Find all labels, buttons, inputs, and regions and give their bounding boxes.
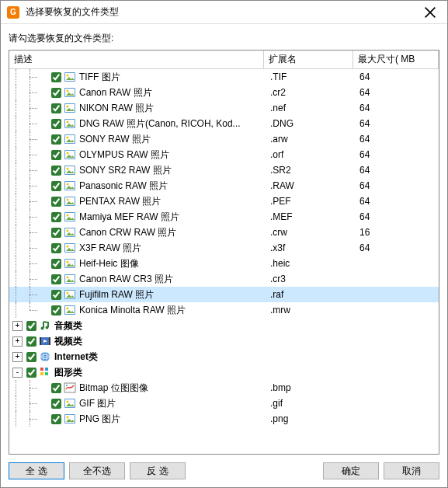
expand-icon[interactable]: + (12, 352, 23, 362)
item-checkbox[interactable] (51, 103, 61, 113)
table-row[interactable]: Mamiya MEF RAW 照片.MEF64 (9, 209, 439, 225)
item-checkbox[interactable] (51, 290, 61, 300)
table-row[interactable]: SONY RAW 照片.arw64 (9, 131, 439, 147)
item-checkbox[interactable] (51, 119, 61, 129)
item-checkbox[interactable] (51, 228, 61, 238)
item-label: 视频类 (54, 335, 82, 348)
item-max-size: 64 (355, 149, 439, 160)
table-row[interactable]: OLYMPUS RAW 照片.orf64 (9, 147, 439, 162)
video-icon (39, 335, 51, 347)
svg-point-11 (67, 121, 69, 124)
item-checkbox[interactable] (26, 336, 36, 347)
item-extension: .RAW (266, 180, 355, 191)
table-row[interactable]: Bitmap 位图图像.bmp (9, 380, 439, 396)
img-icon (64, 71, 76, 83)
expand-icon[interactable]: + (12, 336, 23, 347)
table-row[interactable]: NIKON RAW 照片.nef64 (9, 100, 439, 116)
item-max-size: 64 (355, 134, 439, 145)
table-row[interactable]: Heif-Heic 图像.heic (9, 256, 439, 271)
table-row[interactable]: Konica Minolta RAW 照片.mrw (9, 302, 439, 318)
item-checkbox[interactable] (51, 88, 61, 98)
ok-button[interactable]: 确定 (323, 462, 379, 479)
table-row[interactable]: Fujifilm RAW 照片.raf (9, 287, 439, 302)
collapse-icon[interactable]: - (12, 368, 23, 378)
table-row[interactable]: PNG 图片.png (9, 411, 439, 427)
item-checkbox[interactable] (51, 259, 61, 269)
svg-rect-58 (40, 372, 43, 375)
item-checkbox[interactable] (51, 150, 61, 160)
svg-rect-56 (40, 368, 43, 371)
item-checkbox[interactable] (51, 274, 61, 284)
svg-point-14 (67, 137, 69, 139)
img-icon (64, 86, 76, 99)
tree-branch-icon (37, 305, 47, 315)
table-row[interactable]: PENTAX RAW 照片.PEF64 (9, 193, 439, 209)
item-checkbox[interactable] (51, 197, 61, 207)
table-row[interactable]: Canon RAW 照片.cr264 (9, 85, 439, 100)
svg-point-32 (67, 230, 69, 232)
item-max-size: 64 (355, 242, 439, 253)
item-max-size: 64 (355, 87, 439, 98)
item-checkbox[interactable] (51, 305, 61, 315)
expand-icon[interactable]: + (12, 321, 23, 331)
item-extension: .MEF (266, 211, 355, 222)
item-max-size: 64 (355, 165, 439, 176)
file-type-table[interactable]: 描述 扩展名 最大尺寸( MB TIFF 图片.TIF64Canon RAW 照… (9, 50, 439, 455)
item-max-size: 64 (355, 118, 439, 129)
col-description[interactable]: 描述 (9, 51, 264, 68)
item-extension: .PEF (266, 196, 355, 207)
svg-point-49 (46, 326, 49, 329)
img-icon (64, 133, 76, 145)
table-row[interactable]: SONY SR2 RAW 照片.SR264 (9, 162, 439, 178)
item-checkbox[interactable] (51, 399, 61, 409)
cancel-button[interactable]: 取消 (384, 462, 439, 479)
item-extension: .orf (266, 149, 355, 160)
item-checkbox[interactable] (51, 243, 61, 253)
table-row[interactable]: GIF 图片.gif (9, 396, 439, 411)
tree-branch-icon (37, 383, 47, 393)
item-checkbox[interactable] (26, 352, 36, 362)
tree-branch-icon (37, 197, 47, 207)
item-checkbox[interactable] (26, 321, 36, 331)
item-checkbox[interactable] (51, 72, 61, 82)
item-checkbox[interactable] (51, 166, 61, 176)
item-extension: .DNG (266, 118, 355, 129)
tree-branch-icon (37, 274, 47, 284)
svg-point-64 (67, 401, 69, 403)
col-max-size[interactable]: 最大尺寸( MB (353, 51, 439, 68)
table-row[interactable]: Panasonic RAW 照片.RAW64 (9, 178, 439, 193)
table-row[interactable]: -图形类 (9, 364, 439, 380)
table-row[interactable]: Canon CRW RAW 照片.crw16 (9, 225, 439, 240)
close-button[interactable] (412, 1, 447, 24)
tree-branch-icon (37, 181, 47, 191)
item-label: GIF 图片 (79, 397, 116, 410)
item-label: SONY RAW 照片 (79, 133, 151, 146)
col-extension[interactable]: 扩展名 (264, 51, 353, 68)
paint-icon (64, 382, 76, 394)
item-label: Panasonic RAW 照片 (79, 180, 168, 193)
select-none-button[interactable]: 全不选 (69, 462, 125, 479)
audio-icon (39, 319, 51, 332)
invert-selection-button[interactable]: 反 选 (130, 462, 186, 479)
item-checkbox[interactable] (51, 414, 61, 424)
table-row[interactable]: +音频类 (9, 318, 439, 333)
tree-branch-icon (37, 259, 47, 269)
item-label: OLYMPUS RAW 照片 (79, 148, 169, 162)
item-checkbox[interactable] (51, 212, 61, 222)
table-row[interactable]: X3F RAW 照片.x3f64 (9, 240, 439, 256)
select-all-button[interactable]: 全 选 (9, 462, 64, 479)
item-max-size: 16 (355, 227, 439, 238)
table-row[interactable]: DNG RAW 照片(Canon, RICOH, Kod....DNG64 (9, 116, 439, 131)
item-checkbox[interactable] (26, 368, 36, 378)
titlebar: G 选择要恢复的文件类型 (1, 1, 447, 24)
item-extension: .cr3 (266, 274, 355, 284)
item-checkbox[interactable] (51, 134, 61, 145)
tree-branch-icon (37, 399, 47, 409)
table-row[interactable]: +Internet类 (9, 349, 439, 364)
table-row[interactable]: +视频类 (9, 333, 439, 349)
table-row[interactable]: Canon RAW CR3 照片.cr3 (9, 271, 439, 287)
table-row[interactable]: TIFF 图片.TIF64 (9, 69, 439, 85)
tree-branch-icon (37, 103, 47, 113)
item-checkbox[interactable] (51, 383, 61, 393)
item-checkbox[interactable] (51, 181, 61, 191)
